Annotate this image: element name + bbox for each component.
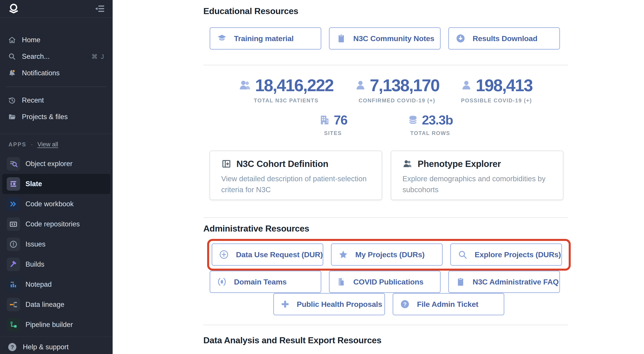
download-circle-icon bbox=[456, 34, 466, 43]
phenotype-explorer-card[interactable]: Phenotype Explorer Explore demographics … bbox=[391, 151, 563, 200]
card-title: N3C Cohort Definition bbox=[236, 159, 328, 169]
stat-value: 7,138,170 bbox=[370, 77, 439, 94]
database-icon bbox=[408, 115, 418, 126]
stat-sites: 76 SITES bbox=[319, 114, 348, 136]
object-explorer-icon bbox=[7, 157, 20, 170]
sidebar-item-projects-files[interactable]: Projects & files bbox=[0, 108, 112, 125]
sidebar-header bbox=[0, 0, 112, 18]
sidebar-item-notifications[interactable]: Notifications bbox=[0, 65, 112, 81]
sidebar-item-recent[interactable]: Recent bbox=[0, 92, 112, 108]
sidebar-item-issues[interactable]: Issues bbox=[0, 234, 112, 254]
app-item-label: Code workbook bbox=[26, 200, 74, 208]
explore-projects-button[interactable]: Explore Projects (DURs) bbox=[450, 244, 562, 266]
sidebar-item-notepad[interactable]: Notepad bbox=[0, 274, 112, 294]
stat-label: TOTAL N3C PATIENTS bbox=[254, 98, 319, 104]
n3c-community-notes-button[interactable]: N3C Community Notes bbox=[329, 27, 441, 50]
section-divider bbox=[203, 218, 568, 218]
card-title: Phenotype Explorer bbox=[418, 159, 501, 169]
educational-buttons-row: Training material N3C Community Notes Re… bbox=[210, 27, 568, 50]
view-all-link[interactable]: View all bbox=[37, 141, 58, 148]
sidebar-item-code-repositories[interactable]: Code repositories bbox=[0, 214, 112, 234]
stat-label: TOTAL ROWS bbox=[410, 130, 450, 136]
my-projects-button[interactable]: My Projects (DURs) bbox=[331, 244, 443, 266]
button-label: N3C Community Notes bbox=[353, 34, 434, 43]
administrative-buttons-row-2: Domain Teams COVID Publications N3C Admi… bbox=[210, 271, 568, 293]
plus-circle-icon bbox=[219, 250, 229, 260]
stat-possible-covid: 198,413 POSSIBLE COVID-19 (+) bbox=[460, 77, 532, 104]
sidebar-item-label: Recent bbox=[22, 96, 44, 104]
sidebar-item-search[interactable]: Search... ⌘ J bbox=[0, 48, 112, 65]
app-item-label: Builds bbox=[26, 260, 44, 268]
info-cards-row: N3C Cohort Definition View detailed desc… bbox=[210, 151, 568, 200]
sidebar-nav: Home Search... ⌘ J Notifications bbox=[0, 18, 112, 125]
sidebar-item-builds[interactable]: Builds bbox=[0, 254, 112, 274]
button-label: Data Use Request (DUR) bbox=[236, 250, 323, 259]
collapse-sidebar-button[interactable] bbox=[95, 5, 105, 13]
sidebar-divider bbox=[0, 134, 112, 134]
button-label: Training material bbox=[234, 34, 294, 43]
training-material-button[interactable]: Training material bbox=[210, 27, 321, 50]
data-lineage-icon bbox=[7, 298, 20, 311]
sidebar-item-label: Projects & files bbox=[22, 113, 68, 121]
public-health-proposals-button[interactable]: Public Health Proposals bbox=[273, 293, 385, 315]
palantir-logo bbox=[8, 3, 20, 15]
button-label: File Admin Ticket bbox=[417, 300, 478, 309]
clipboard-icon bbox=[456, 277, 466, 287]
stat-label: CONFIRMED COVID-19 (+) bbox=[359, 98, 435, 104]
apps-separator-dot: · bbox=[31, 141, 33, 148]
n3c-cohort-definition-card[interactable]: N3C Cohort Definition View detailed desc… bbox=[210, 151, 382, 200]
sidebar-item-label: Notifications bbox=[22, 69, 60, 77]
app-item-label: Object explorer bbox=[26, 160, 72, 168]
stat-label: POSSIBLE COVID-19 (+) bbox=[461, 98, 532, 104]
button-label: N3C Administrative FAQ bbox=[472, 278, 559, 286]
bell-icon bbox=[8, 69, 16, 77]
publications-icon bbox=[336, 277, 346, 287]
sidebar-item-help-support[interactable]: ? Help & support bbox=[0, 336, 112, 352]
statistics-panel: 18,416,222 TOTAL N3C PATIENTS 7,138,170 … bbox=[203, 77, 568, 136]
stat-value: 18,416,222 bbox=[255, 77, 333, 94]
domain-teams-button[interactable]: Domain Teams bbox=[210, 271, 321, 293]
search-icon bbox=[8, 52, 16, 60]
home-icon bbox=[8, 36, 16, 44]
sidebar-item-home[interactable]: Home bbox=[0, 32, 112, 48]
stat-value: 198,413 bbox=[476, 77, 532, 94]
search-icon bbox=[458, 250, 468, 260]
app-item-label: Issues bbox=[26, 240, 46, 248]
recent-clock-icon bbox=[8, 96, 16, 104]
app-item-label: Code repositories bbox=[26, 220, 80, 228]
stat-value: 76 bbox=[334, 114, 348, 126]
phenotype-explorer-icon bbox=[402, 159, 413, 169]
person-icon bbox=[460, 80, 472, 91]
app-screen: Home Search... ⌘ J Notifications bbox=[0, 0, 644, 354]
stat-confirmed-covid: 7,138,170 CONFIRMED COVID-19 (+) bbox=[354, 77, 439, 104]
sidebar-item-code-workbook[interactable]: Code workbook bbox=[0, 194, 112, 214]
file-admin-ticket-button[interactable]: ? File Admin Ticket bbox=[392, 293, 504, 315]
main-content: Educational Resources Training material … bbox=[112, 0, 644, 354]
sidebar-item-label: Home bbox=[22, 36, 40, 44]
results-download-button[interactable]: Results Download bbox=[448, 27, 560, 50]
help-icon: ? bbox=[8, 342, 17, 352]
card-description: View detailed description of patient-sel… bbox=[221, 174, 370, 195]
administrative-buttons-row-1: Data Use Request (DUR) My Projects (DURs… bbox=[212, 244, 562, 266]
sidebar-item-object-explorer[interactable]: Object explorer bbox=[0, 154, 112, 174]
sidebar-item-pipeline-builder[interactable]: Pipeline builder bbox=[0, 315, 112, 335]
medical-plus-icon bbox=[281, 300, 290, 309]
section-divider bbox=[203, 65, 568, 65]
covid-publications-button[interactable]: COVID Publications bbox=[329, 271, 441, 293]
sidebar-item-data-lineage[interactable]: Data lineage bbox=[0, 294, 112, 315]
pipeline-builder-icon bbox=[7, 318, 20, 332]
apps-list: Object explorer Slate Code workbook Code… bbox=[0, 154, 112, 335]
domain-teams-icon bbox=[217, 277, 227, 287]
person-icon bbox=[354, 80, 366, 91]
app-item-label: Pipeline builder bbox=[26, 321, 73, 329]
data-use-request-button[interactable]: Data Use Request (DUR) bbox=[212, 244, 323, 266]
button-label: Explore Projects (DURs) bbox=[474, 250, 561, 259]
graduation-cap-icon bbox=[217, 34, 227, 43]
builds-icon bbox=[7, 258, 20, 271]
app-item-label: Data lineage bbox=[26, 300, 64, 309]
n3c-administrative-faq-button[interactable]: N3C Administrative FAQ bbox=[448, 271, 560, 293]
button-label: My Projects (DURs) bbox=[355, 250, 424, 259]
sidebar-item-slate[interactable]: Slate bbox=[2, 174, 110, 194]
stat-value: 23.3b bbox=[422, 114, 453, 126]
app-item-label: Slate bbox=[26, 180, 42, 188]
